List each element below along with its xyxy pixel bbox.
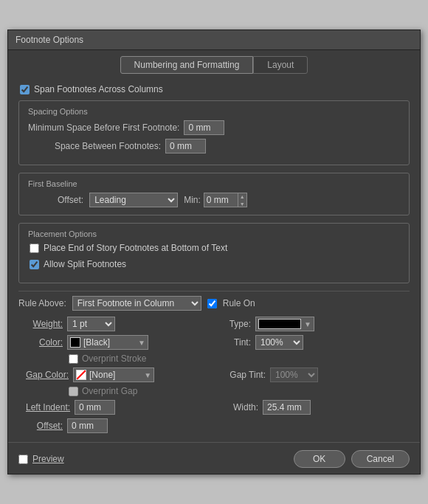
gap-color-row: Gap Color: [None] ▼ xyxy=(26,367,214,382)
min-spinner[interactable]: ▲ ▼ xyxy=(204,193,247,207)
color-arrow: ▼ xyxy=(138,339,145,347)
left-indent-row: Left Indent: xyxy=(26,400,214,415)
ok-button[interactable]: OK xyxy=(294,450,345,468)
spacing-section-label: Spacing Options xyxy=(28,107,400,116)
cancel-button[interactable]: Cancel xyxy=(351,450,410,468)
weight-row: Weight: 1 pt 0.5 pt 2 pt xyxy=(26,317,214,331)
allow-split-label: Allow Split Footnotes xyxy=(44,259,126,269)
gap-color-arrow: ▼ xyxy=(144,371,151,379)
offset-row: Offset: Leading Ascent Cap Height x Heig… xyxy=(28,193,400,207)
rule-above-select[interactable]: First Footnote in Column All Footnotes N… xyxy=(72,296,201,311)
min-space-row: Minimum Space Before First Footnote: xyxy=(28,120,400,135)
spinner-up[interactable]: ▲ xyxy=(238,193,246,200)
span-footnotes-label: Span Footnotes Across Columns xyxy=(34,84,163,94)
place-end-label: Place End of Story Footnotes at Bottom o… xyxy=(44,243,227,253)
left-indent-input[interactable] xyxy=(75,400,115,415)
type-arrow: ▼ xyxy=(304,320,311,328)
tabs-row: Numbering and Formatting Layout xyxy=(8,50,420,78)
gap-color-label: Gap Color: xyxy=(26,370,69,380)
bottom-left: Preview xyxy=(18,454,64,464)
rule-fields-grid: Weight: 1 pt 0.5 pt 2 pt Type: ▼ xyxy=(18,317,410,433)
width-label: Width: xyxy=(221,402,258,412)
min-space-label: Minimum Space Before First Footnote: xyxy=(28,122,179,133)
place-end-checkbox[interactable] xyxy=(30,244,39,253)
overprint-checkbox[interactable] xyxy=(69,354,78,364)
space-between-input[interactable] xyxy=(165,139,206,153)
space-between-row: Space Between Footnotes: xyxy=(28,139,400,153)
place-end-row: Place End of Story Footnotes at Bottom o… xyxy=(30,243,400,253)
rule-above-row: Rule Above: First Footnote in Column All… xyxy=(18,296,410,311)
color-text: [Black] xyxy=(83,337,110,348)
bottom-right: OK Cancel xyxy=(294,450,410,468)
rule-above-label: Rule Above: xyxy=(18,298,66,308)
offset-select[interactable]: Leading Ascent Cap Height x Height Em Bo… xyxy=(89,193,178,207)
rule-offset-label: Offset: xyxy=(26,421,63,431)
placement-options-section: Placement Options Place End of Story Foo… xyxy=(18,223,410,283)
rule-on-label: Rule On xyxy=(223,298,255,308)
color-row: Color: [Black] ▼ xyxy=(26,335,214,350)
span-footnotes-row: Span Footnotes Across Columns xyxy=(20,84,410,94)
spinner-down[interactable]: ▼ xyxy=(238,200,246,207)
rule-offset-row: Offset: xyxy=(26,418,214,433)
gap-color-text: [None] xyxy=(89,370,115,380)
min-input[interactable] xyxy=(204,194,238,206)
allow-split-row: Allow Split Footnotes xyxy=(30,259,400,269)
width-row: Width: xyxy=(221,400,410,415)
type-label: Type: xyxy=(221,319,251,329)
preview-label: Preview xyxy=(32,454,64,464)
spacing-options-section: Spacing Options Minimum Space Before Fir… xyxy=(18,100,410,165)
tint-row: Tint: 100% 75% 50% xyxy=(221,335,410,350)
gap-tint-select[interactable]: 100% xyxy=(270,367,318,382)
span-footnotes-checkbox[interactable] xyxy=(20,85,30,94)
allow-split-checkbox[interactable] xyxy=(30,260,39,269)
min-section: Min: ▲ ▼ xyxy=(184,193,247,207)
first-baseline-section: First Baseline Offset: Leading Ascent Ca… xyxy=(18,173,410,215)
min-label: Min: xyxy=(184,195,201,205)
color-label: Color: xyxy=(26,337,63,348)
width-input[interactable] xyxy=(263,400,311,415)
preview-checkbox[interactable] xyxy=(18,455,28,464)
tint-label: Tint: xyxy=(221,337,251,348)
footnote-options-dialog: Footnote Options Numbering and Formattin… xyxy=(7,30,421,474)
offset-label: Offset: xyxy=(58,195,83,205)
gap-tint-label: Gap Tint: xyxy=(221,370,266,380)
gap-color-swatch xyxy=(76,370,86,380)
tab-layout[interactable]: Layout xyxy=(253,56,308,74)
divider xyxy=(18,291,410,291)
type-swatch xyxy=(258,319,301,329)
overprint-gap-label: Overprint Gap xyxy=(82,386,137,396)
dialog-content: Span Footnotes Across Columns Spacing Op… xyxy=(8,78,420,439)
min-space-input[interactable] xyxy=(184,120,224,135)
left-indent-label: Left Indent: xyxy=(26,402,70,412)
overprint-gap-checkbox[interactable] xyxy=(69,387,78,396)
color-swatch-black xyxy=(70,337,80,348)
type-row: Type: ▼ xyxy=(221,317,410,331)
tab-numbering[interactable]: Numbering and Formatting xyxy=(120,56,254,74)
color-box[interactable]: [Black] ▼ xyxy=(67,335,148,350)
overprint-label: Overprint Stroke xyxy=(82,353,146,364)
title-bar: Footnote Options xyxy=(8,30,420,50)
dialog-title: Footnote Options xyxy=(15,35,83,45)
type-box[interactable]: ▼ xyxy=(255,317,314,331)
placement-section-label: Placement Options xyxy=(28,229,400,238)
bottom-bar: Preview OK Cancel xyxy=(8,442,420,474)
rule-on-checkbox[interactable] xyxy=(207,299,217,308)
weight-select[interactable]: 1 pt 0.5 pt 2 pt xyxy=(67,317,115,331)
gap-color-box[interactable]: [None] ▼ xyxy=(73,367,154,382)
rule-offset-input[interactable] xyxy=(67,418,108,433)
overprint-gap-row: Overprint Gap xyxy=(26,386,410,396)
gap-tint-row: Gap Tint: 100% xyxy=(221,367,410,382)
space-between-label: Space Between Footnotes: xyxy=(28,141,161,151)
weight-label: Weight: xyxy=(26,319,63,329)
overprint-row: Overprint Stroke xyxy=(26,353,410,364)
first-baseline-label: First Baseline xyxy=(28,179,400,188)
spinner-arrows: ▲ ▼ xyxy=(238,193,246,207)
tint-select[interactable]: 100% 75% 50% xyxy=(255,335,303,350)
